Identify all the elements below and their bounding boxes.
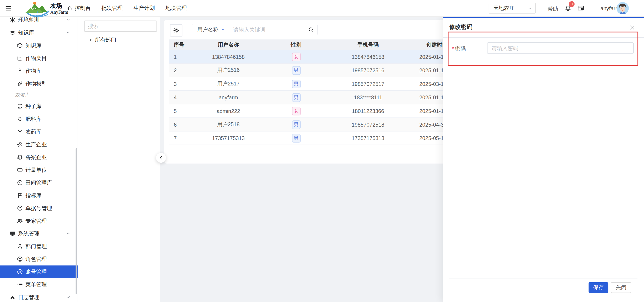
- required-asterisk: *: [452, 46, 454, 52]
- chevron-up-icon: [66, 30, 71, 35]
- sidebar-item-log-mgmt[interactable]: 日志管理: [0, 291, 78, 302]
- drawer-divider: [443, 37, 644, 38]
- sidebar-item-expert-mgmt[interactable]: 专家管理: [0, 214, 78, 227]
- cell-gender: 女: [259, 107, 333, 116]
- tent-icon: [10, 294, 16, 300]
- nav-item-plot-mgmt[interactable]: 地块管理: [166, 4, 187, 12]
- sidebar-item-label: 角色管理: [26, 256, 47, 263]
- sidebar-item-crop-model[interactable]: 作物模型: [0, 77, 78, 90]
- sidebar-item-label: 作物类目: [26, 54, 47, 62]
- sidebar-item-pesticide-library[interactable]: 农药库: [0, 125, 78, 138]
- chevron-left-icon: [158, 155, 164, 160]
- sidebar-item-knowledge-base[interactable]: 知识库: [0, 39, 78, 52]
- close-icon[interactable]: [629, 24, 635, 30]
- hamburger-menu-icon[interactable]: [5, 5, 12, 12]
- collapse-panel-button[interactable]: [156, 153, 166, 163]
- gender-tag: 男: [292, 120, 300, 129]
- footer-divider: [449, 278, 637, 279]
- cell-index: 7: [169, 135, 198, 141]
- farm-selector[interactable]: 天地农庄: [489, 3, 536, 14]
- sidebar-item-menu-mgmt[interactable]: 菜单管理: [0, 278, 78, 291]
- user-circle-icon: [17, 256, 23, 262]
- layers-icon: [17, 154, 23, 160]
- sidebar-item-knowledge-group[interactable]: 知识库: [0, 26, 78, 39]
- gender-tag: 女: [292, 52, 300, 61]
- sidebar-item-measure-unit[interactable]: 计量单位: [0, 164, 78, 176]
- cell-phone: 13847846158: [333, 54, 403, 60]
- tree-node-all-departments[interactable]: 所有部门: [78, 35, 160, 44]
- cell-index: 6: [169, 122, 198, 128]
- sidebar-item-account-mgmt[interactable]: 账号管理: [0, 266, 78, 278]
- sidebar-item-label: 作物库: [26, 67, 42, 74]
- sidebar-item-crop-category[interactable]: 作物类目: [0, 52, 78, 64]
- sidebar-item-label: 田间管理库: [26, 179, 52, 186]
- keyword-input[interactable]: [229, 24, 305, 35]
- save-button[interactable]: 保存: [588, 282, 608, 293]
- nav-item-batch-mgmt[interactable]: 批次管理: [102, 4, 123, 12]
- nav-item-production-plan[interactable]: 生产计划: [134, 4, 155, 12]
- close-button[interactable]: 关闭: [611, 282, 631, 293]
- brand-name-cn: 农场: [50, 2, 62, 9]
- gender-tag: 男: [292, 80, 300, 88]
- sidebar-item-registered-enterprise[interactable]: 备案企业: [0, 151, 78, 164]
- cell-gender: 男: [259, 80, 333, 88]
- top-navbar: 农场 AnyFarm 控制台批次管理生产计划地块管理 天地农庄 帮助 0 any…: [0, 0, 644, 17]
- sidebar-item-label: 菜单管理: [26, 281, 47, 288]
- change-password-drawer: 修改密码 *密码 保存 关闭: [443, 16, 644, 302]
- sidebar-item-label: 专家管理: [26, 217, 47, 224]
- cell-username: 用户2516: [198, 67, 259, 74]
- nav-item-label: 生产计划: [134, 4, 155, 12]
- cell-index: 5: [169, 108, 198, 114]
- filter-group: 用户名称: [192, 24, 318, 35]
- nav-item-label: 控制台: [75, 4, 91, 12]
- tree-node-label: 所有部门: [95, 36, 116, 44]
- sidebar-item-production-enterprise[interactable]: 生产企业: [0, 138, 78, 151]
- flag-icon: [17, 192, 23, 199]
- sync-icon: [17, 103, 23, 110]
- cell-phone: 19857072516: [333, 67, 403, 73]
- sidebar-item-doc-number-mgmt[interactable]: 单据号管理: [0, 202, 78, 214]
- sidebar-item-label: 知识库: [18, 29, 34, 36]
- sidebar-item-crop-library[interactable]: 作物库: [0, 64, 78, 77]
- brand-logo: 农场 AnyFarm: [23, 0, 69, 17]
- users-icon: [17, 218, 23, 224]
- avatar[interactable]: [616, 2, 629, 14]
- sidebar-item-indicator-library[interactable]: 指标库: [0, 189, 78, 202]
- gender-tag: 男: [292, 66, 300, 75]
- sidebar-item-system-mgmt[interactable]: 系统管理: [0, 227, 78, 240]
- nav-item-console[interactable]: 控制台: [67, 4, 91, 12]
- sidebar-scrollbar[interactable]: [76, 148, 77, 294]
- help-link[interactable]: 帮助: [548, 5, 558, 13]
- sidebar-item-label: 作物模型: [26, 80, 47, 87]
- department-search-input[interactable]: [84, 20, 157, 32]
- filter-field-select[interactable]: 用户名称: [192, 24, 229, 35]
- sidebar-item-label: 生产企业: [26, 141, 47, 148]
- window-settings-icon[interactable]: [577, 5, 584, 12]
- nav-item-label: 地块管理: [166, 4, 187, 12]
- sidebar-item-dept-mgmt[interactable]: 部门管理: [0, 240, 78, 253]
- cell-gender: 男: [259, 93, 333, 102]
- password-input[interactable]: [487, 42, 634, 54]
- cell-gender: 男: [259, 120, 333, 129]
- env-icon: [10, 17, 16, 23]
- slingshot-icon: [17, 129, 23, 135]
- toolbar-divider: [188, 26, 188, 34]
- cell-phone: 19857072517: [333, 81, 403, 87]
- column-settings-button[interactable]: [170, 24, 182, 36]
- sidebar-item-role-mgmt[interactable]: 角色管理: [0, 253, 78, 266]
- dice-icon: [17, 55, 23, 61]
- cell-username: 用户2518: [198, 121, 259, 128]
- nav-menu: 控制台批次管理生产计划地块管理: [67, 0, 187, 16]
- gender-tag: 女: [292, 107, 300, 116]
- caret-right-icon: [89, 38, 93, 42]
- sidebar-item-env-monitor[interactable]: 环境监测: [0, 16, 78, 26]
- gear-icon: [173, 27, 179, 34]
- sidebar-item-label: 环境监测: [18, 16, 40, 24]
- search-button[interactable]: [305, 24, 317, 35]
- sidebar-item-fertilizer-library[interactable]: 肥料库: [0, 112, 78, 125]
- sidebar-item-field-mgmt-library[interactable]: 田间管理库: [0, 176, 78, 189]
- column-header: 性别: [259, 41, 333, 48]
- sidebar-item-label: 指标库: [26, 192, 42, 199]
- sidebar-item-seed-library[interactable]: 种子库: [0, 100, 78, 112]
- sidebar-item-label: 农资库: [15, 92, 30, 98]
